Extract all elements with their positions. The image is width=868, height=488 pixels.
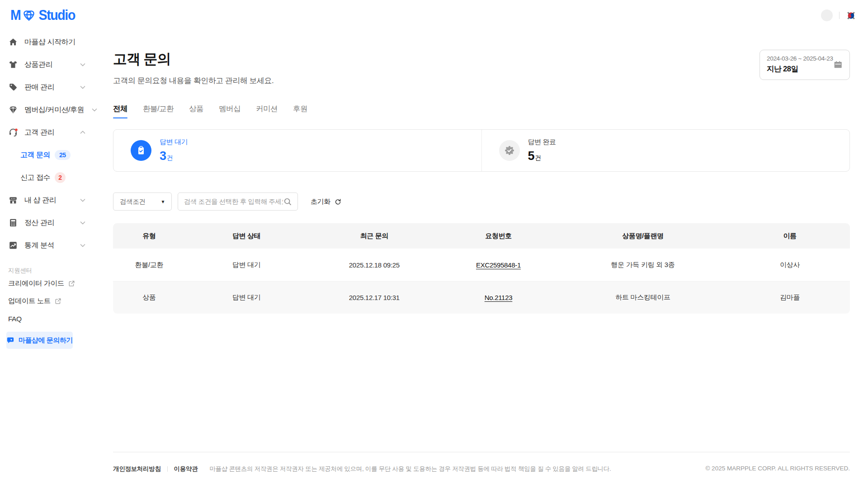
sidebar-item-label: 멤버십/커미션/후원 xyxy=(24,105,84,115)
search-condition-value: 검색조건 xyxy=(120,197,146,206)
reset-button[interactable]: 초기화 xyxy=(311,197,342,206)
update-notes-link[interactable]: 업데이트 노트 xyxy=(0,292,94,310)
contact-marppleshop-button[interactable]: 마플샵에 문의하기 xyxy=(6,332,73,349)
completed-label: 답변 완료 xyxy=(528,138,556,146)
subitem-label: 신고 접수 xyxy=(20,173,50,183)
storefront-icon xyxy=(8,195,18,205)
search-filter-row: 검색조건 ▼ 초기화 xyxy=(113,192,850,211)
footer-divider xyxy=(167,466,168,472)
cell-last-inquiry: 2025.12.17 10:31 xyxy=(307,294,441,301)
faq-link[interactable]: FAQ xyxy=(0,310,94,328)
refresh-icon xyxy=(334,198,342,206)
footer: 개인정보처리방침 이용약관 마플샵 콘텐츠의 저작권은 저작권자 또는 제공처에… xyxy=(113,452,850,488)
cell-product: 행운 가득 키링 외 3종 xyxy=(556,261,730,269)
sidebar-item-membership[interactable]: 멤버십/커미션/후원 xyxy=(0,99,94,121)
cell-last-inquiry: 2025.12.18 09:25 xyxy=(307,261,441,269)
chevron-down-icon xyxy=(79,241,87,249)
report-count-badge: 2 xyxy=(55,172,66,183)
top-bar: M Studio xyxy=(0,0,868,31)
cell-type: 상품 xyxy=(113,293,185,302)
support-link-label: 크리에이터 가이드 xyxy=(8,279,64,288)
chevron-down-icon xyxy=(79,61,87,69)
request-number-link[interactable]: EXC2595848-1 xyxy=(476,261,521,269)
search-condition-select[interactable]: 검색조건 ▼ xyxy=(113,192,172,211)
cell-type: 환불/교환 xyxy=(113,261,185,269)
sidebar: 마플샵 시작하기 상품관리 판매 관리 멤버십/커미션/후원 고객 관리 고객 … xyxy=(0,31,94,488)
cell-status: 답변 대기 xyxy=(185,261,308,269)
pending-label: 답변 대기 xyxy=(160,138,188,146)
sidebar-item-products[interactable]: 상품관리 xyxy=(0,53,94,76)
logo[interactable]: M Studio xyxy=(10,7,77,23)
pending-unit: 건 xyxy=(167,154,173,161)
privacy-policy-link[interactable]: 개인정보처리방침 xyxy=(113,465,161,473)
date-range-label: 지난 28일 xyxy=(767,64,833,74)
tab-product[interactable]: 상품 xyxy=(189,104,203,118)
sidebar-item-label: 정산 관리 xyxy=(24,218,72,228)
col-header-request-no: 요청번호 xyxy=(441,232,556,240)
support-link-label: 업데이트 노트 xyxy=(8,296,51,306)
search-icon[interactable] xyxy=(283,197,292,206)
creator-guide-link[interactable]: 크리에이터 가이드 xyxy=(0,275,94,292)
inquiry-tabs: 전체 환불/교환 상품 멤버십 커미션 후원 xyxy=(113,104,850,118)
cell-name: 이상사 xyxy=(730,261,850,269)
external-link-icon xyxy=(55,298,61,305)
top-right-controls xyxy=(821,9,856,21)
sidebar-subitem-reports[interactable]: 신고 접수 2 xyxy=(0,166,94,189)
search-input-wrapper xyxy=(178,192,298,211)
chevron-up-icon xyxy=(79,128,87,136)
subitem-label: 고객 문의 xyxy=(20,150,50,160)
logo-text: Studio xyxy=(39,7,75,23)
col-header-product: 상품명/플랜명 xyxy=(556,232,730,240)
search-input[interactable] xyxy=(184,198,283,205)
col-header-status: 답변 상태 xyxy=(185,232,308,240)
tab-membership[interactable]: 멤버십 xyxy=(219,104,241,118)
page-title: 고객 문의 xyxy=(113,50,274,69)
sidebar-item-settlement[interactable]: 정산 관리 xyxy=(0,211,94,234)
home-icon xyxy=(8,37,18,47)
copyright-notice: 마플샵 콘텐츠의 저작권은 저작권자 또는 제공처에 있으며, 이를 무단 사용… xyxy=(209,465,611,473)
chat-icon xyxy=(6,336,14,344)
completed-card: 답변 완료 5건 xyxy=(481,130,850,171)
request-number-link[interactable]: No.21123 xyxy=(485,294,513,301)
date-range-picker[interactable]: 2024-03-26 ~ 2025-04-23 지난 28일 xyxy=(760,50,850,80)
table-row: 상품 답변 대기 2025.12.17 10:31 No.21123 하트 마스… xyxy=(113,281,850,314)
tag-icon xyxy=(8,82,18,92)
avatar[interactable] xyxy=(821,9,833,21)
korea-flag-icon[interactable] xyxy=(846,10,856,21)
gem-icon xyxy=(8,105,18,115)
copyright: © 2025 MARPPLE CORP. ALL RIGHTS RESERVED… xyxy=(705,465,850,472)
inquiry-table: 유형 답변 상태 최근 문의 요청번호 상품명/플랜명 이름 환불/교환 답변 … xyxy=(113,223,850,314)
completed-unit: 건 xyxy=(535,154,541,161)
external-link-icon xyxy=(68,280,75,287)
terms-link[interactable]: 이용약관 xyxy=(174,465,198,473)
sidebar-item-label: 상품관리 xyxy=(24,60,72,70)
table-header-row: 유형 답변 상태 최근 문의 요청번호 상품명/플랜명 이름 xyxy=(113,223,850,249)
col-header-type: 유형 xyxy=(113,232,185,240)
chevron-down-icon xyxy=(79,83,87,91)
reset-label: 초기화 xyxy=(311,197,330,206)
sidebar-item-sales[interactable]: 판매 관리 xyxy=(0,76,94,99)
sidebar-item-customers[interactable]: 고객 관리 xyxy=(0,121,94,144)
tab-refund-exchange[interactable]: 환불/교환 xyxy=(143,104,174,118)
tab-sponsor[interactable]: 후원 xyxy=(293,104,307,118)
cell-status: 답변 대기 xyxy=(185,293,308,302)
sidebar-item-statistics[interactable]: 통계 분석 xyxy=(0,234,94,257)
seal-check-icon xyxy=(499,140,520,161)
support-link-label: FAQ xyxy=(8,315,22,323)
dropdown-triangle-icon: ▼ xyxy=(160,199,165,204)
completed-count: 5 xyxy=(528,149,535,163)
tab-all[interactable]: 전체 xyxy=(113,104,127,118)
sidebar-item-label: 내 샵 관리 xyxy=(24,196,72,205)
pending-count: 3 xyxy=(160,149,166,163)
chevron-down-icon xyxy=(79,219,87,227)
cell-name: 김마플 xyxy=(730,293,850,302)
summary-cards: 답변 대기 3건 답변 완료 5건 xyxy=(113,129,850,172)
sidebar-subitem-customer-inquiries[interactable]: 고객 문의 25 xyxy=(0,144,94,166)
sidebar-item-start-shop[interactable]: 마플샵 시작하기 xyxy=(0,31,94,53)
col-header-name: 이름 xyxy=(730,232,850,240)
sidebar-item-label: 판매 관리 xyxy=(24,83,72,92)
sidebar-item-my-shop[interactable]: 내 샵 관리 xyxy=(0,189,94,211)
tab-commission[interactable]: 커미션 xyxy=(256,104,278,118)
page-subtitle: 고객의 문의요청 내용을 확인하고 관리해 보세요. xyxy=(113,75,274,86)
heart-globe-icon xyxy=(22,9,36,22)
